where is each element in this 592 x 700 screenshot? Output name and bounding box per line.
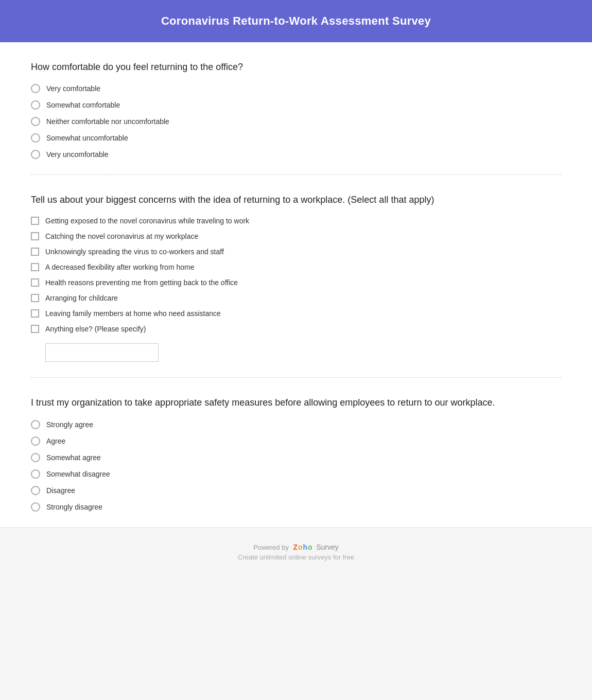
radio-circle-somewhat-agree xyxy=(31,453,40,462)
survey-body: How comfortable do you feel returning to… xyxy=(0,42,592,527)
radio-circle-somewhat-uncomfortable xyxy=(31,133,40,143)
checkbox-square-flexibility xyxy=(31,263,39,271)
radio-strongly-disagree[interactable]: Strongly disagree xyxy=(31,502,561,512)
question-3-title: I trust my organization to take appropri… xyxy=(31,396,561,409)
radio-label-disagree: Disagree xyxy=(46,486,75,495)
radio-label-somewhat-disagree: Somewhat disagree xyxy=(46,470,110,478)
radio-circle-neither xyxy=(31,117,40,126)
checkbox-traveling[interactable]: Getting exposed to the novel coronavirus… xyxy=(31,217,561,225)
checkbox-health[interactable]: Health reasons preventing me from gettin… xyxy=(31,278,561,287)
radio-label-very-comfortable: Very comfortable xyxy=(46,84,100,93)
radio-neither[interactable]: Neither comfortable nor uncomfortable xyxy=(31,117,561,126)
survey-label: Survey xyxy=(314,543,338,551)
checkbox-label-family: Leaving family members at home who need … xyxy=(45,309,221,318)
checkbox-other[interactable]: Anything else? (Please specify) xyxy=(31,325,561,333)
question-3-section: I trust my organization to take appropri… xyxy=(0,378,592,527)
radio-circle-very-uncomfortable xyxy=(31,150,40,159)
zoho-o1: o xyxy=(298,543,303,551)
radio-somewhat-comfortable[interactable]: Somewhat comfortable xyxy=(31,100,561,110)
other-specify-input[interactable] xyxy=(45,343,159,362)
zoho-z: Z xyxy=(293,543,298,551)
powered-by-text: Powered by xyxy=(253,544,289,551)
checkbox-label-childcare: Arranging for childcare xyxy=(45,294,118,302)
radio-label-strongly-agree: Strongly agree xyxy=(46,421,93,429)
question-2-checkbox-group: Getting exposed to the novel coronavirus… xyxy=(31,217,561,362)
zoho-h: h xyxy=(303,543,308,551)
radio-very-uncomfortable[interactable]: Very uncomfortable xyxy=(31,150,561,159)
radio-label-very-uncomfortable: Very uncomfortable xyxy=(46,150,109,159)
question-1-radio-group: Very comfortable Somewhat comfortable Ne… xyxy=(31,84,561,159)
radio-label-somewhat-agree: Somewhat agree xyxy=(46,453,101,462)
radio-circle-strongly-disagree xyxy=(31,502,40,512)
survey-title: Coronavirus Return-to-Work Assessment Su… xyxy=(161,14,431,27)
radio-label-strongly-disagree: Strongly disagree xyxy=(46,503,102,511)
checkbox-square-other xyxy=(31,325,39,333)
question-2-title: Tell us about your biggest concerns with… xyxy=(31,194,561,206)
radio-somewhat-uncomfortable[interactable]: Somewhat uncomfortable xyxy=(31,133,561,143)
radio-circle-strongly-agree xyxy=(31,420,40,429)
zoho-o2: o xyxy=(308,543,312,551)
checkbox-square-catching xyxy=(31,232,39,240)
checkbox-square-traveling xyxy=(31,217,39,225)
survey-header: Coronavirus Return-to-Work Assessment Su… xyxy=(0,0,592,42)
radio-circle-agree xyxy=(31,436,40,446)
radio-circle-somewhat-comfortable xyxy=(31,100,40,110)
zoho-logo: Zoho xyxy=(291,543,312,551)
radio-circle-very-comfortable xyxy=(31,84,40,93)
radio-very-comfortable[interactable]: Very comfortable xyxy=(31,84,561,93)
footer-tagline: Create unlimited online surveys for free xyxy=(21,553,571,561)
radio-label-somewhat-comfortable: Somewhat comfortable xyxy=(46,101,120,109)
checkbox-label-catching: Catching the novel coronavirus at my wor… xyxy=(45,232,198,240)
radio-somewhat-disagree[interactable]: Somewhat disagree xyxy=(31,469,561,479)
checkbox-square-health xyxy=(31,278,39,287)
question-3-radio-group: Strongly agree Agree Somewhat agree Some… xyxy=(31,420,561,512)
checkbox-label-other: Anything else? (Please specify) xyxy=(45,325,146,333)
checkbox-square-family xyxy=(31,309,39,318)
radio-circle-disagree xyxy=(31,486,40,495)
footer: Powered by Zoho Survey Create unlimited … xyxy=(0,527,592,576)
checkbox-catching[interactable]: Catching the novel coronavirus at my wor… xyxy=(31,232,561,240)
checkbox-square-childcare xyxy=(31,294,39,302)
checkbox-family[interactable]: Leaving family members at home who need … xyxy=(31,309,561,318)
question-1-title: How comfortable do you feel returning to… xyxy=(31,61,561,74)
checkbox-label-traveling: Getting exposed to the novel coronavirus… xyxy=(45,217,249,225)
checkbox-label-health: Health reasons preventing me from gettin… xyxy=(45,278,238,287)
radio-somewhat-agree[interactable]: Somewhat agree xyxy=(31,453,561,462)
checkbox-spreading[interactable]: Unknowingly spreading the virus to co-wo… xyxy=(31,248,561,256)
checkbox-flexibility[interactable]: A decreased flexibility after working fr… xyxy=(31,263,561,271)
radio-label-somewhat-uncomfortable: Somewhat uncomfortable xyxy=(46,134,128,142)
question-1-section: How comfortable do you feel returning to… xyxy=(0,42,592,174)
checkbox-label-flexibility: A decreased flexibility after working fr… xyxy=(45,263,194,271)
radio-strongly-agree[interactable]: Strongly agree xyxy=(31,420,561,429)
radio-circle-somewhat-disagree xyxy=(31,469,40,479)
checkbox-childcare[interactable]: Arranging for childcare xyxy=(31,294,561,302)
question-2-section: Tell us about your biggest concerns with… xyxy=(0,175,592,377)
radio-label-neither: Neither comfortable nor uncomfortable xyxy=(46,117,169,126)
radio-agree[interactable]: Agree xyxy=(31,436,561,446)
radio-disagree[interactable]: Disagree xyxy=(31,486,561,495)
checkbox-square-spreading xyxy=(31,248,39,256)
radio-label-agree: Agree xyxy=(46,437,65,445)
footer-powered-line: Powered by Zoho Survey xyxy=(21,543,571,551)
checkbox-label-spreading: Unknowingly spreading the virus to co-wo… xyxy=(45,248,224,256)
